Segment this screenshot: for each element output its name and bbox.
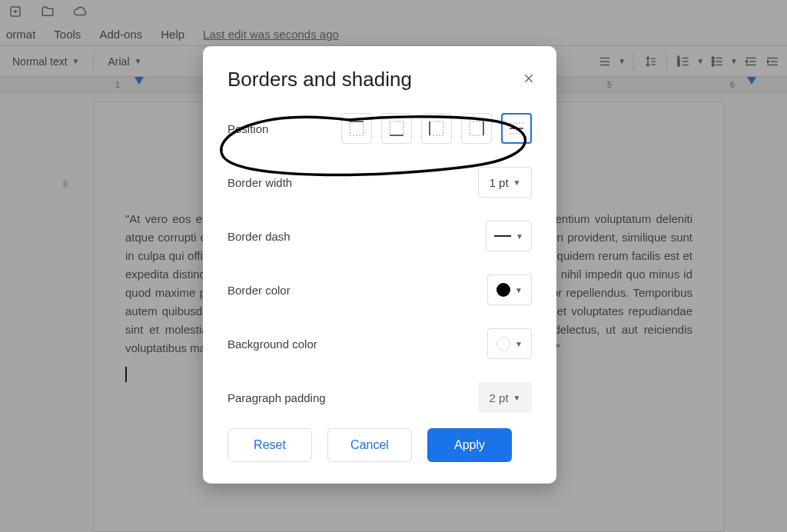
row-background-color: Background color ▼ <box>227 328 532 359</box>
color-swatch-black-icon <box>496 283 510 297</box>
chevron-down-icon: ▼ <box>515 340 523 348</box>
apply-button[interactable]: Apply <box>427 428 512 462</box>
border-width-label: Border width <box>227 176 292 189</box>
color-swatch-none-icon <box>496 337 510 351</box>
border-width-value: 1 pt <box>490 176 509 189</box>
chevron-down-icon: ▼ <box>516 232 523 241</box>
background-color-label: Background color <box>227 337 317 351</box>
chevron-down-icon: ▼ <box>515 286 523 294</box>
position-between-button[interactable] <box>501 113 532 144</box>
paragraph-padding-value: 2 pt <box>490 391 509 404</box>
row-border-width: Border width 1 pt ▼ <box>227 167 532 198</box>
reset-button[interactable]: Reset <box>227 428 312 462</box>
solid-line-icon <box>494 233 511 239</box>
position-bottom-button[interactable] <box>381 113 412 144</box>
border-color-picker[interactable]: ▼ <box>487 274 532 305</box>
svg-rect-9 <box>390 121 403 135</box>
paragraph-padding-label: Paragraph padding <box>227 391 326 404</box>
border-dash-picker[interactable]: ▼ <box>486 221 532 251</box>
background-color-picker[interactable]: ▼ <box>487 328 532 359</box>
chevron-down-icon: ▼ <box>513 394 521 402</box>
position-right-button[interactable] <box>461 113 492 144</box>
row-border-dash: Border dash ▼ <box>227 221 532 251</box>
position-top-button[interactable] <box>341 113 372 144</box>
svg-rect-11 <box>430 121 443 135</box>
close-button[interactable] <box>518 68 540 89</box>
dialog-title: Borders and shading <box>227 68 532 91</box>
border-dash-label: Border dash <box>227 230 291 243</box>
row-paragraph-padding: Paragraph padding 2 pt ▼ <box>227 382 532 413</box>
dialog-footer: Reset Cancel Apply <box>227 428 532 462</box>
border-color-label: Border color <box>227 284 291 297</box>
position-button-group <box>341 113 532 144</box>
chevron-down-icon: ▼ <box>513 178 521 187</box>
cancel-button[interactable]: Cancel <box>327 428 412 462</box>
borders-shading-dialog: Borders and shading Position <box>203 46 556 484</box>
position-left-button[interactable] <box>421 113 452 144</box>
svg-rect-13 <box>470 121 483 135</box>
border-width-picker[interactable]: 1 pt ▼ <box>478 167 532 198</box>
paragraph-padding-picker[interactable]: 2 pt ▼ <box>478 382 532 413</box>
row-position: Position <box>227 113 532 144</box>
position-label: Position <box>227 122 268 135</box>
row-border-color: Border color ▼ <box>227 274 532 305</box>
svg-rect-7 <box>350 121 364 135</box>
